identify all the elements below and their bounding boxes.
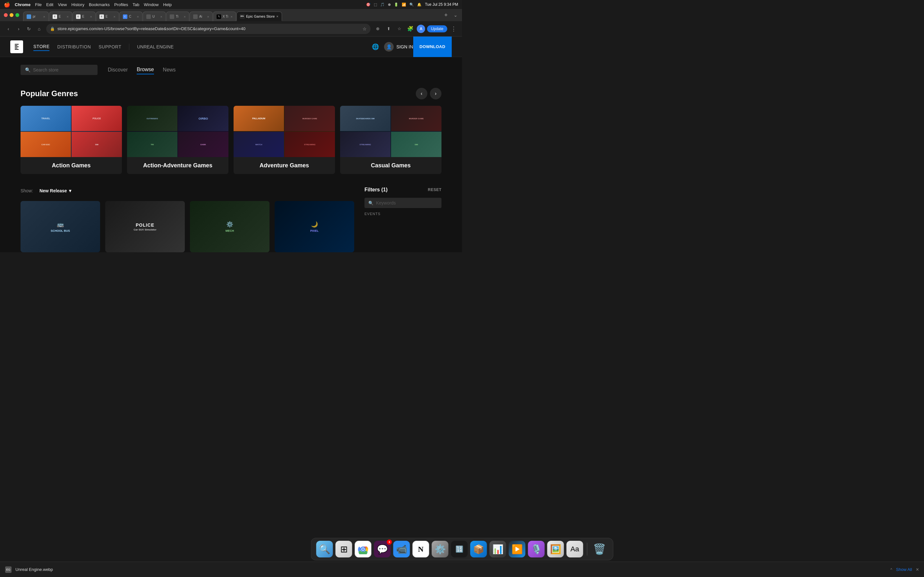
game-card-bus[interactable]: 🚌 SCHOOL BUS (21, 201, 100, 252)
reload-button[interactable]: ↻ (24, 24, 33, 33)
game-card-pixel[interactable]: 🌙 PIXEL (275, 201, 354, 252)
zoom-icon: 🎯 (366, 3, 371, 7)
genre-grid: TRAVEL POLICE CAR ESC SIM Action Games O… (21, 106, 441, 174)
genre-card-casual[interactable]: SKATEBOARDS SIM MURDER GAME STREAMING SI… (340, 106, 441, 174)
carousel-prev[interactable]: ‹ (416, 88, 427, 99)
window-close[interactable] (4, 13, 8, 17)
reset-button[interactable]: RESET (428, 187, 441, 192)
collage-murder2: MURDER GAME (391, 106, 441, 131)
window-maximize[interactable] (15, 13, 19, 17)
filters-events-label: EVENTS (365, 212, 441, 216)
menu-history[interactable]: History (71, 2, 84, 7)
app-name[interactable]: Chrome (15, 2, 31, 7)
menu-profiles[interactable]: Profiles (114, 2, 128, 7)
collage-murder1: MURDER GAME (284, 106, 335, 131)
language-button[interactable]: 🌐 (372, 43, 379, 50)
home-button[interactable]: ⌂ (35, 24, 44, 33)
search-box[interactable]: 🔍 (21, 65, 97, 75)
popular-genres-header: Popular Genres ‹ › (21, 88, 441, 99)
lock-icon: 🔒 (50, 27, 55, 31)
filters-panel: Filters (1) RESET 🔍 EVENTS (365, 187, 441, 216)
music-icon: 🎵 (380, 3, 384, 7)
show-dropdown[interactable]: New Release ▾ (37, 187, 74, 195)
search-spotlight[interactable]: 🔍 (409, 3, 414, 7)
menu-button[interactable]: ⋮ (449, 24, 458, 33)
genre-action-adventure-label: Action-Adventure Games (127, 157, 228, 174)
collage-palladium: PALLADIUM (234, 106, 284, 131)
tab-e3[interactable]: E E × (96, 11, 119, 21)
genre-action-adventure-image: OUTRIDERS OiRBO TRI DARK (127, 106, 228, 157)
keywords-search[interactable]: 🔍 (365, 198, 441, 208)
window-minimize[interactable] (10, 13, 13, 17)
notification-icon[interactable]: 🔔 (417, 3, 422, 7)
sign-in-button[interactable]: 👤 SIGN IN (384, 42, 413, 52)
game-card-police[interactable]: POLICE Car SUV Simulator (105, 201, 185, 252)
tab-extend-button[interactable]: ⌄ (452, 11, 459, 19)
star-icon[interactable]: ☆ (363, 26, 367, 31)
genre-casual-image: SKATEBOARDS SIM MURDER GAME STREAMING SI… (340, 106, 441, 157)
keywords-input[interactable] (376, 200, 438, 205)
filters-row: Show: New Release ▾ 🚌 SCHOOL BUS (21, 187, 441, 252)
tab-xti[interactable]: 𝕏 X Ti × (213, 11, 236, 21)
menu-edit[interactable]: Edit (46, 2, 53, 7)
menu-bookmarks[interactable]: Bookmarks (89, 2, 110, 7)
nav-distribution[interactable]: DISTRIBUTION (57, 43, 91, 51)
collage-sim: SIM (391, 132, 441, 157)
screenshot-icon: ⬚ (374, 3, 377, 7)
epic-logo-icon (10, 40, 23, 53)
system-time: Tue Jul 25 9:34 PM (425, 2, 458, 7)
bookmark-button[interactable]: ☆ (395, 24, 404, 33)
menu-help[interactable]: Help (163, 2, 172, 7)
tab-epic-active[interactable]: EG Epic Games Store × (236, 11, 282, 21)
collage-adv: STREAMING (284, 132, 335, 157)
game-thumb-mech: ⚙️ MECH (190, 201, 270, 252)
download-button[interactable]: DOWNLOAD (413, 37, 452, 57)
games-grid: 🚌 SCHOOL BUS POLICE Car SUV Simulator (21, 201, 354, 252)
collage-out: OUTRIDERS (127, 106, 178, 131)
chrome-address-bar: ‹ › ↻ ⌂ 🔒 store.epicgames.com/en-US/brow… (0, 21, 462, 37)
user-icon: 👤 (384, 42, 394, 52)
game-card-mech[interactable]: ⚙️ MECH (190, 201, 270, 252)
epic-main-nav: STORE DISTRIBUTION SUPPORT UNREAL ENGINE (33, 43, 372, 51)
menubar-left: 🍎 Chrome File Edit View History Bookmark… (4, 2, 172, 8)
tab-u[interactable]: U × (143, 11, 166, 21)
menu-file[interactable]: File (35, 2, 42, 7)
apple-menu[interactable]: 🍎 (4, 2, 10, 8)
store-nav-news[interactable]: News (163, 66, 176, 74)
menu-view[interactable]: View (58, 2, 67, 7)
nav-support[interactable]: SUPPORT (99, 43, 121, 51)
share-button[interactable]: ⬆ (384, 24, 393, 33)
tab-e1[interactable]: E E × (49, 11, 72, 21)
collage-travel: TRAVEL (21, 106, 71, 131)
nav-unreal-engine[interactable]: UNREAL ENGINE (137, 44, 174, 49)
menu-tab[interactable]: Tab (132, 2, 139, 7)
search-input[interactable] (33, 67, 93, 73)
tab-e2[interactable]: E E × (73, 11, 95, 21)
cast-icon: ⊕ (388, 3, 391, 7)
genre-card-action[interactable]: TRAVEL POLICE CAR ESC SIM Action Games (21, 106, 122, 174)
store-nav-browse[interactable]: Browse (137, 65, 153, 74)
address-bar-container[interactable]: 🔒 store.epicgames.com/en-US/browse?sortB… (46, 24, 371, 34)
genre-card-action-adventure[interactable]: OUTRIDERS OiRBO TRI DARK Action-Adventur… (127, 106, 228, 174)
cast-button[interactable]: ⊕ (373, 24, 382, 33)
tab-ai1[interactable]: Ai × (190, 11, 213, 21)
genre-card-adventure[interactable]: PALLADIUM MURDER GAME WATCH STREAMING Ad… (234, 106, 335, 174)
collage-tri: TRI (127, 132, 178, 157)
tab-pr[interactable]: pr × (23, 11, 49, 21)
extensions-button[interactable]: 🧩 (406, 24, 415, 33)
store-nav-discover[interactable]: Discover (108, 66, 128, 74)
carousel-next[interactable]: › (430, 88, 441, 99)
menu-window[interactable]: Window (144, 2, 158, 7)
new-tab-button[interactable]: + (441, 11, 451, 19)
tab-c[interactable]: C C × (120, 11, 142, 21)
collage-dark: DARK (178, 132, 228, 157)
update-button[interactable]: Update (427, 25, 447, 32)
back-button[interactable]: ‹ (4, 24, 13, 33)
profile-avatar[interactable]: A (417, 25, 425, 33)
games-area: Show: New Release ▾ 🚌 SCHOOL BUS (21, 187, 354, 252)
nav-store[interactable]: STORE (33, 43, 49, 51)
forward-button[interactable]: › (14, 24, 23, 33)
epic-header-right: 🌐 👤 SIGN IN (372, 42, 413, 52)
epic-games-logo[interactable] (10, 40, 23, 53)
tab-ti[interactable]: Ti × (166, 11, 189, 21)
